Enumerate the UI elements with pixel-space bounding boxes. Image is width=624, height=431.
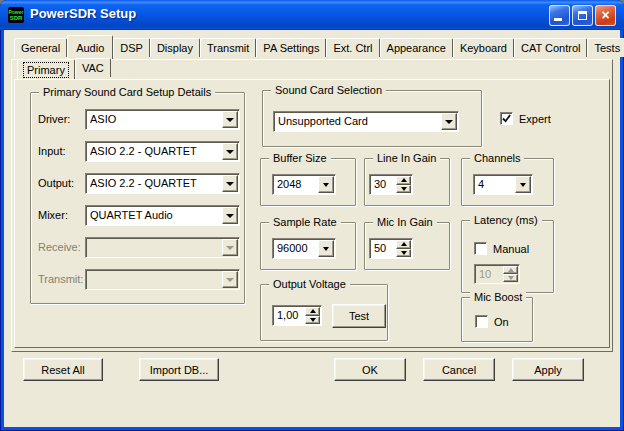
tab-keyboard[interactable]: Keyboard <box>453 38 514 57</box>
sample-rate-value: 96000 <box>277 240 316 257</box>
buffer-size-select[interactable]: 2048 <box>272 174 336 195</box>
maximize-button[interactable] <box>572 5 593 26</box>
input-value: ASIO 2.2 - QUARTET <box>90 143 220 160</box>
dropdown-arrow-icon[interactable] <box>318 176 334 193</box>
checkbox-box[interactable] <box>474 242 487 255</box>
dialog-body: General Audio DSP Display Transmit PA Se… <box>4 30 620 427</box>
tab-display[interactable]: Display <box>150 38 200 57</box>
output-value: ASIO 2.2 - QUARTET <box>90 175 220 192</box>
dropdown-arrow-icon <box>222 271 238 288</box>
mic-in-gain-value: 50 <box>374 240 386 257</box>
line-in-gain-group-title: Line In Gain <box>373 152 440 165</box>
latency-value: 10 <box>479 266 491 283</box>
manual-label: Manual <box>493 243 529 255</box>
tab-pa-settings[interactable]: PA Settings <box>256 38 326 57</box>
transmit-select <box>85 269 240 290</box>
test-button[interactable]: Test <box>332 304 386 328</box>
mic-in-gain-group-title: Mic In Gain <box>373 216 437 229</box>
spin-up-icon[interactable] <box>305 307 320 316</box>
driver-value: ASIO <box>90 111 220 128</box>
audio-sub-tab-bar: Primary VAC <box>17 59 111 79</box>
mic-in-gain-input[interactable]: 50 <box>369 238 413 259</box>
spin-down-icon <box>503 274 518 282</box>
dropdown-arrow-icon[interactable] <box>318 240 334 257</box>
minimize-button[interactable] <box>549 5 570 26</box>
tab-vac[interactable]: VAC <box>75 58 111 77</box>
sound-card-select[interactable]: Unsupported Card <box>273 111 459 132</box>
tab-tests[interactable]: Tests <box>587 38 624 57</box>
spin-down-icon[interactable] <box>396 249 411 258</box>
close-icon: × <box>601 8 609 22</box>
tab-dsp[interactable]: DSP <box>113 38 150 57</box>
expert-label: Expert <box>519 113 551 125</box>
channels-value: 4 <box>478 176 513 193</box>
line-in-gain-value: 30 <box>374 176 386 193</box>
checkbox-box[interactable] <box>475 315 488 328</box>
app-icon-text-bottom: SDR <box>8 15 24 21</box>
app-icon: Power SDR <box>8 7 24 23</box>
tab-primary-label: Primary <box>24 63 68 77</box>
main-tab-bar: General Audio DSP Display Transmit PA Se… <box>14 35 624 59</box>
spin-up-icon[interactable] <box>396 240 411 249</box>
checkbox-box[interactable] <box>500 112 513 125</box>
mixer-label: Mixer: <box>38 209 68 221</box>
tab-ext-ctrl[interactable]: Ext. Ctrl <box>326 38 379 57</box>
mic-boost-on-label: On <box>494 316 509 328</box>
manual-checkbox[interactable]: Manual <box>474 242 529 255</box>
receive-select <box>85 237 240 258</box>
minimize-icon <box>554 18 562 21</box>
mixer-select[interactable]: QUARTET Audio <box>85 205 240 226</box>
sample-rate-group-title: Sample Rate <box>269 216 341 229</box>
dropdown-arrow-icon[interactable] <box>515 176 531 193</box>
close-button[interactable]: × <box>595 5 616 26</box>
input-label: Input: <box>38 145 66 157</box>
dropdown-arrow-icon[interactable] <box>222 111 238 128</box>
buffer-size-group-title: Buffer Size <box>269 152 331 165</box>
channels-group-title: Channels <box>470 152 524 165</box>
spin-down-icon[interactable] <box>305 316 320 325</box>
tab-audio[interactable]: Audio <box>67 35 113 59</box>
dropdown-arrow-icon <box>222 239 238 256</box>
output-select[interactable]: ASIO 2.2 - QUARTET <box>85 173 240 194</box>
output-voltage-group-title: Output Voltage <box>269 278 350 291</box>
mixer-value: QUARTET Audio <box>90 207 220 224</box>
powersdr-setup-window: Power SDR PowerSDR Setup × General Audio… <box>0 0 624 431</box>
reset-all-button[interactable]: Reset All <box>23 358 103 381</box>
apply-button[interactable]: Apply <box>512 358 584 381</box>
maximize-icon <box>578 11 587 20</box>
window-controls: × <box>549 5 616 26</box>
driver-label: Driver: <box>38 113 70 125</box>
tab-transmit[interactable]: Transmit <box>200 38 256 57</box>
channels-select[interactable]: 4 <box>473 174 533 195</box>
line-in-gain-input[interactable]: 30 <box>369 174 413 195</box>
mic-boost-on-checkbox[interactable]: On <box>475 315 509 328</box>
output-voltage-value: 1,00 <box>277 307 298 324</box>
ok-button[interactable]: OK <box>334 358 406 381</box>
dropdown-arrow-icon[interactable] <box>222 207 238 224</box>
output-voltage-input[interactable]: 1,00 <box>272 305 322 326</box>
check-icon <box>502 114 511 123</box>
cancel-button[interactable]: Cancel <box>423 358 495 381</box>
dropdown-arrow-icon[interactable] <box>222 175 238 192</box>
expert-checkbox[interactable]: Expert <box>500 112 551 125</box>
spin-up-icon[interactable] <box>396 176 411 185</box>
latency-group-title: Latency (ms) <box>470 214 542 227</box>
input-select[interactable]: ASIO 2.2 - QUARTET <box>85 141 240 162</box>
driver-select[interactable]: ASIO <box>85 109 240 130</box>
tab-primary[interactable]: Primary <box>17 59 75 79</box>
buffer-size-value: 2048 <box>277 176 316 193</box>
latency-input: 10 <box>474 264 520 284</box>
tab-appearance[interactable]: Appearance <box>380 38 453 57</box>
title-bar[interactable]: Power SDR PowerSDR Setup × <box>0 0 624 30</box>
sound-card-value: Unsupported Card <box>278 113 439 130</box>
tab-general[interactable]: General <box>14 38 67 57</box>
spin-down-icon[interactable] <box>396 185 411 194</box>
dropdown-arrow-icon[interactable] <box>441 113 457 130</box>
import-db-button[interactable]: Import DB... <box>139 358 219 381</box>
tab-cat-control[interactable]: CAT Control <box>514 38 588 57</box>
sample-rate-select[interactable]: 96000 <box>272 238 336 259</box>
mic-boost-group-title: Mic Boost <box>470 291 526 304</box>
output-label: Output: <box>38 177 74 189</box>
dropdown-arrow-icon[interactable] <box>222 143 238 160</box>
window-title: PowerSDR Setup <box>30 6 136 21</box>
